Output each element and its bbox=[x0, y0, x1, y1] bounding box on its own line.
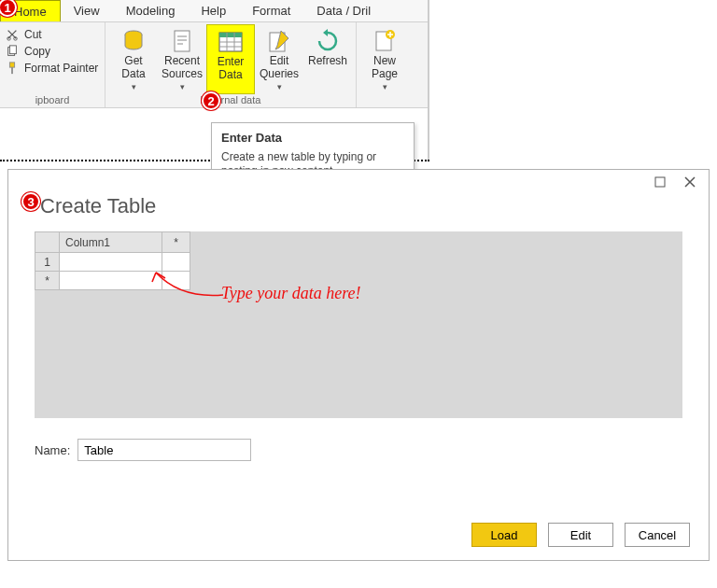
group-insert: New Page ▾ bbox=[357, 22, 413, 107]
arrow-icon bbox=[143, 267, 227, 304]
chevron-down-icon: ▾ bbox=[180, 80, 185, 93]
refresh-label: Refresh bbox=[308, 54, 347, 67]
insert-group-label bbox=[360, 94, 409, 107]
close-icon bbox=[684, 176, 696, 188]
group-external-data: Get Data ▾ Recent Sources ▾ Enter Data E… bbox=[105, 22, 357, 107]
tab-format[interactable]: Format bbox=[239, 0, 303, 21]
annotation-text: Type your data here! bbox=[221, 284, 360, 302]
enter-data-button[interactable]: Enter Data bbox=[206, 24, 255, 94]
new-page-label: New Page bbox=[372, 54, 398, 80]
copy-label: Copy bbox=[24, 45, 50, 58]
dialog-title: Create Table bbox=[8, 190, 709, 231]
cut-button[interactable]: Cut bbox=[6, 28, 99, 41]
load-button[interactable]: Load bbox=[471, 523, 537, 547]
add-column-button[interactable]: * bbox=[162, 232, 190, 253]
enter-data-label: Enter Data bbox=[218, 55, 245, 81]
recent-sources-button[interactable]: Recent Sources ▾ bbox=[158, 24, 206, 94]
callout-3: 3 bbox=[21, 192, 40, 211]
chevron-down-icon: ▾ bbox=[277, 80, 282, 93]
table-name-input[interactable] bbox=[77, 439, 251, 461]
get-data-button[interactable]: Get Data ▾ bbox=[109, 24, 158, 94]
table-icon bbox=[217, 29, 245, 55]
edit-button[interactable]: Edit bbox=[548, 523, 613, 547]
copy-icon bbox=[6, 45, 19, 58]
external-data-group-label: External data bbox=[109, 94, 352, 107]
close-button[interactable] bbox=[682, 175, 697, 190]
clipboard-group-label: ipboard bbox=[4, 94, 101, 107]
new-page-button[interactable]: New Page ▾ bbox=[360, 24, 409, 94]
group-clipboard: Cut Copy Format Painter ipboard bbox=[0, 22, 105, 107]
tab-data[interactable]: Data / Dril bbox=[303, 0, 384, 21]
copy-button[interactable]: Copy bbox=[6, 45, 99, 58]
svg-rect-5 bbox=[11, 67, 13, 74]
database-icon bbox=[120, 28, 148, 54]
tab-help[interactable]: Help bbox=[188, 0, 239, 21]
paintbrush-icon bbox=[6, 62, 19, 75]
format-painter-button[interactable]: Format Painter bbox=[6, 62, 99, 75]
callout-2: 2 bbox=[202, 91, 220, 110]
tab-view[interactable]: View bbox=[61, 0, 113, 21]
edit-queries-button[interactable]: Edit Queries ▾ bbox=[255, 24, 303, 94]
scissors-icon bbox=[6, 28, 19, 41]
recent-sources-label: Recent Sources bbox=[162, 54, 203, 80]
pencil-document-icon bbox=[265, 28, 293, 54]
maximize-button[interactable] bbox=[653, 175, 668, 190]
square-icon bbox=[654, 176, 666, 188]
document-icon bbox=[168, 28, 196, 54]
tab-modeling[interactable]: Modeling bbox=[113, 0, 189, 21]
edit-queries-label: Edit Queries bbox=[260, 54, 299, 80]
svg-rect-7 bbox=[175, 31, 190, 51]
row-header-1: 1 bbox=[35, 253, 60, 272]
chevron-down-icon: ▾ bbox=[132, 80, 136, 93]
create-table-dialog: 3 Create Table Column1 * 1 * bbox=[7, 169, 710, 561]
column-header-1[interactable]: Column1 bbox=[60, 232, 162, 253]
svg-rect-9 bbox=[219, 33, 242, 37]
tooltip-title: Enter Data bbox=[221, 131, 404, 145]
cancel-button[interactable]: Cancel bbox=[625, 523, 690, 547]
annotation-hint: Type your data here! bbox=[145, 280, 284, 300]
data-grid-area: Column1 * 1 * Type your data here! bbox=[35, 231, 682, 418]
chevron-down-icon: ▾ bbox=[383, 80, 387, 93]
get-data-label: Get Data bbox=[121, 54, 145, 80]
ribbon-tabbar: Home View Modeling Help Format Data / Dr… bbox=[0, 0, 428, 22]
name-label: Name: bbox=[35, 443, 70, 457]
format-painter-label: Format Painter bbox=[24, 62, 98, 75]
corner-cell bbox=[35, 232, 60, 253]
cut-label: Cut bbox=[24, 28, 42, 41]
add-row-button[interactable]: * bbox=[35, 272, 60, 290]
refresh-icon bbox=[314, 28, 342, 54]
new-page-icon bbox=[371, 28, 399, 54]
svg-rect-3 bbox=[9, 46, 16, 54]
svg-rect-4 bbox=[9, 63, 14, 67]
refresh-button[interactable]: Refresh bbox=[303, 24, 352, 94]
svg-rect-13 bbox=[655, 177, 665, 187]
